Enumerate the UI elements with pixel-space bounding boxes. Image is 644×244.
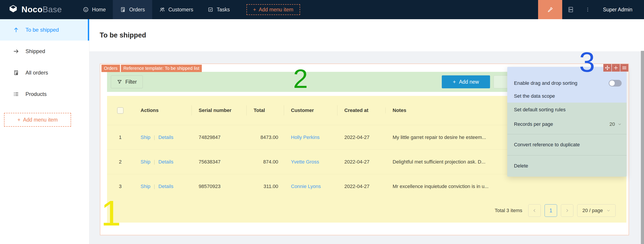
sidebar-item-label: Shipped [26,48,45,54]
page-title: To be shipped [100,31,146,39]
arrow-up-icon [13,27,19,33]
filter-button-label: Filter [125,79,137,85]
page-size-value: 20 / page [582,208,603,214]
collection-tag: Orders [102,65,120,72]
ui-editor-toggle-button[interactable] [538,0,562,19]
cube-logo-icon [8,4,18,15]
sidebar-add-menu-item-label: Add menu item [23,117,58,123]
serial-number-cell: 74829847 [192,134,246,140]
created-at-cell: 2022-04-27 [337,159,386,165]
sidebar-item-products[interactable]: Products [0,83,89,105]
ship-action-link[interactable]: Ship [140,184,150,189]
menu-divider [507,134,626,134]
customer-link[interactable]: Holly Perkins [291,134,320,140]
pagination-prev-button[interactable] [528,204,541,217]
column-header-actions[interactable]: Actions [134,108,192,113]
menu-item-label: Delete [514,163,528,169]
nav-item-home[interactable]: Home [76,0,113,19]
sidebar: To be shipped Shipped All orders Product… [0,19,90,244]
details-action-link[interactable]: Details [158,134,174,140]
ship-action-link[interactable]: Ship [140,159,150,165]
list-icon [13,91,19,97]
total-cell: 874.00 [246,159,284,165]
nav-item-label: Customers [168,7,193,13]
database-icon [567,6,574,13]
notes-cell: Mr excellence inquietude conviction is i… [386,184,626,189]
team-icon [159,7,165,12]
created-at-cell: 2022-04-27 [337,184,386,189]
nav-item-customers[interactable]: Customers [152,0,200,19]
check-square-icon [208,7,214,12]
plugin-manager-button[interactable] [562,6,579,13]
serial-number-cell: 98570923 [192,184,246,189]
total-cell: 8473.00 [246,134,284,140]
sidebar-item-to-be-shipped[interactable]: To be shipped [0,19,89,41]
nocobase-logo[interactable]: NocoBase [8,4,62,15]
drag-sorting-toggle[interactable] [609,80,622,87]
customer-link[interactable]: Yvette Gross [291,159,319,165]
plus-icon: + [453,79,456,85]
ship-action-link[interactable]: Ship [140,134,150,140]
menu-item-records-per-page[interactable]: Records per page 20 [507,117,626,131]
page-size-select[interactable]: 20 / page [577,204,616,217]
nav-item-tasks[interactable]: Tasks [200,0,237,19]
brand-name-bold: Noco [22,5,43,14]
sidebar-item-label: To be shipped [26,27,59,33]
menu-item-set-data-scope[interactable]: Set the data scope [507,90,626,103]
details-action-link[interactable]: Details [158,159,174,165]
filter-button[interactable]: Filter [111,75,143,88]
menu-item-label: Records per page [514,121,553,127]
pagination-total: Total 3 items [495,208,522,214]
add-block-icon[interactable] [612,64,620,72]
plus-icon: + [18,117,20,123]
menu-item-label: Enable drag and drop sorting [514,80,578,86]
file-done-icon [13,70,19,76]
nav-item-orders[interactable]: Orders [113,0,152,19]
reference-template-tag: Reference template: To be shipped list [121,65,202,72]
nav-item-label: Home [92,7,106,13]
user-menu[interactable]: Super Admin [603,7,632,13]
vertical-scrollbar[interactable] [641,19,644,244]
table-pagination: Total 3 items 1 20 / page [107,199,626,223]
menu-item-label: Set the data scope [514,93,555,99]
navbar-menu: Home Orders Customers [76,0,237,19]
ellipsis-vertical-icon [585,7,590,12]
row-index[interactable]: 1 [107,134,134,140]
drag-handle-icon[interactable] [603,64,612,72]
navbar-add-menu-item-label: Add menu item [259,7,294,13]
details-action-link[interactable]: Details [158,184,174,189]
block-settings-menu-icon[interactable] [620,64,628,72]
menu-divider [507,155,626,155]
column-header-total[interactable]: Total [246,108,284,113]
sidebar-add-menu-item-button[interactable]: + Add menu item [4,113,71,127]
more-options-button[interactable] [579,7,596,12]
column-header-created[interactable]: Created at [337,108,386,113]
customer-link[interactable]: Connie Lyons [291,184,321,189]
designer-block-tags: Orders Reference template: To be shipped… [102,65,202,72]
menu-section-top: Enable drag and drop sorting Set the dat… [507,67,626,103]
sidebar-item-shipped[interactable]: Shipped [0,41,89,62]
action-divider: | [154,184,155,189]
chevron-right-icon [565,208,569,213]
menu-item-convert-reference[interactable]: Convert reference to duplicate [507,137,626,153]
menu-item-enable-drag-sorting[interactable]: Enable drag and drop sorting [507,77,626,90]
select-all-checkbox[interactable] [117,107,124,114]
add-new-button[interactable]: + Add new [442,75,490,88]
sidebar-item-label: Products [26,91,47,97]
navbar-add-menu-item-button[interactable]: + Add menu item [246,4,300,15]
total-cell: 311.00 [246,184,284,189]
sidebar-item-all-orders[interactable]: All orders [0,62,89,83]
chevron-down-icon [606,209,610,213]
menu-item-default-sorting-rules[interactable]: Set default sorting rules [507,103,626,117]
chevron-left-icon [532,208,537,213]
pagination-page-1[interactable]: 1 [544,204,557,217]
menu-item-delete[interactable]: Delete [507,158,626,174]
nav-item-label: Tasks [217,7,230,13]
pagination-next-button[interactable] [561,204,574,217]
block-designer-toolbar [603,64,628,72]
smile-icon [83,7,89,12]
row-index[interactable]: 3 [107,184,134,189]
column-header-serial[interactable]: Serial number [192,108,246,113]
column-header-customer[interactable]: Customer [284,108,337,113]
row-index[interactable]: 2 [107,159,134,165]
